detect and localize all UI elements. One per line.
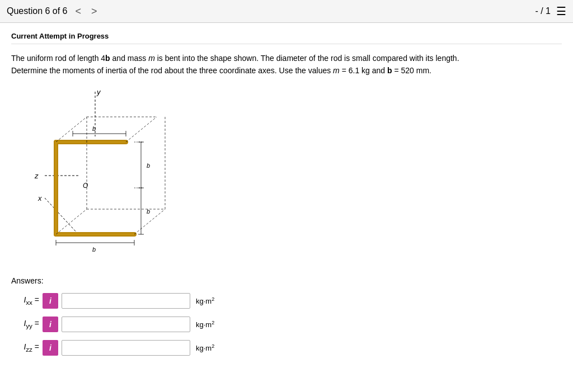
svg-line-32	[56, 117, 87, 142]
input-izz[interactable]	[62, 340, 190, 356]
question-text-part1: The uniform rod of length 4b and mass m …	[11, 54, 459, 63]
input-ixx[interactable]	[62, 293, 190, 309]
label-izz: Izz =	[11, 342, 39, 353]
question-label: Question 6 of 6	[7, 6, 68, 16]
header: Question 6 of 6 < > - / 1 ☰	[0, 0, 573, 23]
svg-text:O: O	[83, 182, 88, 190]
figure-container: y x z O b	[22, 86, 190, 265]
svg-line-33	[126, 117, 157, 142]
answer-row-izz: Izz = i kg·m2	[11, 340, 562, 356]
answer-row-ixx: Ixx = i kg·m2	[11, 293, 562, 309]
next-button[interactable]: >	[89, 6, 100, 17]
prev-button[interactable]: <	[73, 6, 84, 17]
answers-title: Answers:	[11, 276, 562, 285]
svg-text:b: b	[92, 246, 96, 253]
svg-text:b: b	[92, 125, 96, 132]
input-iyy[interactable]	[62, 317, 190, 332]
header-left: Question 6 of 6 < >	[7, 6, 100, 17]
answer-row-iyy: Iyy = i kg·m2	[11, 317, 562, 332]
question-text: The uniform rod of length 4b and mass m …	[11, 52, 562, 77]
header-right: - / 1 ☰	[535, 4, 566, 18]
svg-text:y: y	[96, 88, 101, 96]
info-button-izz[interactable]: i	[43, 340, 58, 356]
content-area: Current Attempt in Progress The uniform …	[0, 23, 573, 372]
unit-iyy: kg·m2	[196, 320, 214, 329]
unit-ixx: kg·m2	[196, 296, 214, 305]
svg-line-2	[45, 198, 78, 234]
answers-section: Answers: Ixx = i kg·m2 Iyy = i kg·m2	[11, 276, 562, 356]
label-iyy: Iyy =	[11, 319, 39, 329]
info-button-iyy[interactable]: i	[43, 317, 58, 332]
label-ixx: Ixx =	[11, 295, 39, 306]
menu-icon[interactable]: ☰	[556, 4, 566, 18]
svg-text:b: b	[147, 162, 150, 169]
info-button-ixx[interactable]: i	[43, 293, 58, 309]
svg-text:z: z	[34, 172, 39, 180]
svg-text:x: x	[37, 194, 42, 202]
question-text-part2: Determine the moments of inertia of the …	[11, 66, 431, 75]
unit-izz: kg·m2	[196, 343, 214, 352]
attempt-label: Current Attempt in Progress	[11, 32, 562, 44]
rod-figure: y x z O b	[22, 86, 190, 265]
score-label: - / 1	[535, 6, 551, 16]
svg-line-30	[56, 209, 87, 234]
